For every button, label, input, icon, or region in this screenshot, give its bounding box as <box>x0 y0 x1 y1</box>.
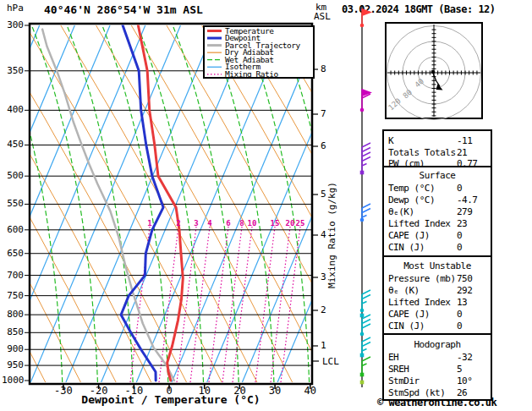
mixing-ratio-value-label: 15 <box>269 220 281 228</box>
stats-value: 750 <box>457 273 472 284</box>
stats-value: 279 <box>457 206 472 217</box>
stats-value: 5 <box>457 364 462 375</box>
stats-value: 13 <box>457 297 467 308</box>
pressure-tick-label: 750 <box>2 291 24 301</box>
stats-table: K-11Totals Totals21PW (cm)0.77 <box>382 129 492 169</box>
stats-label: Dewp (°C) <box>388 195 435 206</box>
stats-label: Totals Totals <box>388 147 456 158</box>
stats-value: 0 <box>457 183 462 194</box>
pressure-tick-label: 900 <box>2 344 24 354</box>
wind-barb <box>360 89 372 112</box>
stats-label: θₑ (K) <box>388 285 420 296</box>
mixing-ratio-value-label: 6 <box>222 220 234 228</box>
km-tick-label: 4 <box>321 230 326 240</box>
temp-tick-label: -20 <box>85 386 113 397</box>
stats-value: 0 <box>457 230 462 241</box>
km-tick-label: 8 <box>321 64 326 74</box>
pressure-tick-label: 400 <box>2 105 24 115</box>
stats-table: Most UnstablePressure (mb)750θₑ (K)292Li… <box>382 255 492 337</box>
stats-value: 0 <box>457 242 462 253</box>
mixing-ratio-value-label: 2 <box>173 220 184 228</box>
stats-label: SREH <box>388 364 409 375</box>
stats-label: CAPE (J) <box>388 230 430 241</box>
pressure-tick-label: 1000 <box>2 375 24 386</box>
legend-item-label: Mixing Ratio <box>225 70 278 79</box>
stats-value: 10° <box>457 375 472 386</box>
stats-table-title: Hodograph <box>384 339 491 350</box>
wind-barb-column <box>360 5 372 387</box>
wet-adiabat-line <box>525 25 532 382</box>
pressure-tick-label: 950 <box>2 360 24 370</box>
stats-label: CIN (J) <box>388 242 425 253</box>
wind-barb <box>360 314 365 318</box>
stats-label: θₑ(K) <box>388 206 414 217</box>
mixing-ratio-value-label: 25 <box>294 220 306 228</box>
pressure-tick-label: 850 <box>2 327 24 337</box>
km-tick-label: 3 <box>321 272 326 282</box>
wind-barb <box>360 143 370 174</box>
pressure-tick-label: 550 <box>2 199 24 209</box>
mixing-ratio-value-label: 4 <box>204 220 216 228</box>
pressure-tick-label: 500 <box>2 171 24 181</box>
wind-barb <box>360 8 372 27</box>
stats-label: Lifted Index <box>388 218 450 229</box>
stats-value: 21 <box>457 147 467 158</box>
stats-label: Lifted Index <box>388 297 450 308</box>
wet-adiabat-line <box>491 25 532 382</box>
temp-tick-label: 40 <box>296 386 325 397</box>
stats-table: SurfaceTemp (°C)0Dewp (°C)-4.7θₑ(K)279Li… <box>382 166 492 259</box>
stats-value: 23 <box>457 218 467 229</box>
wind-barb <box>360 381 365 385</box>
km-tick-label: 6 <box>321 141 326 151</box>
temp-tick-label: 10 <box>190 386 219 397</box>
stats-label: StmSpd (kt) <box>388 387 445 398</box>
km-tick-label: 1 <box>321 341 326 351</box>
mixing-ratio-value-label: 3 <box>190 220 202 228</box>
stats-value: -32 <box>457 352 472 363</box>
mixing-ratio-value-label: 1 <box>144 220 156 228</box>
mixing-ratio-value-label: 10 <box>246 220 258 228</box>
stats-table-title: Surface <box>384 170 491 181</box>
stats-value: 292 <box>457 285 472 296</box>
pressure-tick-label: 450 <box>2 140 24 150</box>
stats-table-title: Most Unstable <box>384 260 491 271</box>
pressure-tick-label: 600 <box>2 225 24 235</box>
stats-value: 26 <box>457 387 467 398</box>
stats-value: 0 <box>457 309 462 320</box>
km-tick-label: 5 <box>321 189 326 200</box>
pressure-tick-label: 650 <box>2 249 24 259</box>
stats-label: Pressure (mb) <box>388 273 456 284</box>
stats-label: StmDir <box>388 375 420 386</box>
stats-value: -11 <box>457 135 472 146</box>
pressure-tick-label: 350 <box>2 66 24 76</box>
stats-table: HodographEH-32SREH5StmDir10°StmSpd (kt)2… <box>382 333 492 401</box>
stats-value: -4.7 <box>457 195 478 206</box>
temp-tick-label: 30 <box>261 386 289 397</box>
stats-label: K <box>388 135 393 146</box>
stats-value: 0 <box>457 321 462 332</box>
stats-label: CAPE (J) <box>388 309 430 320</box>
km-tick-label: 7 <box>321 109 326 119</box>
temp-tick-label: -10 <box>119 386 148 397</box>
stats-label: EH <box>388 352 398 363</box>
pressure-tick-label: 700 <box>2 271 24 281</box>
stats-label: Temp (°C) <box>388 183 435 194</box>
stats-label: CIN (J) <box>388 321 425 332</box>
skewt-sounding-page: { "header": { "pressure_unit": "hPa", "s… <box>0 0 532 411</box>
km-tick-label: 2 <box>321 305 326 315</box>
pressure-tick-label: 800 <box>2 310 24 320</box>
temp-tick-label: -30 <box>49 386 78 397</box>
pressure-tick-label: 300 <box>2 20 24 30</box>
temp-tick-label: 20 <box>225 386 254 397</box>
temp-tick-label: 0 <box>155 386 184 397</box>
